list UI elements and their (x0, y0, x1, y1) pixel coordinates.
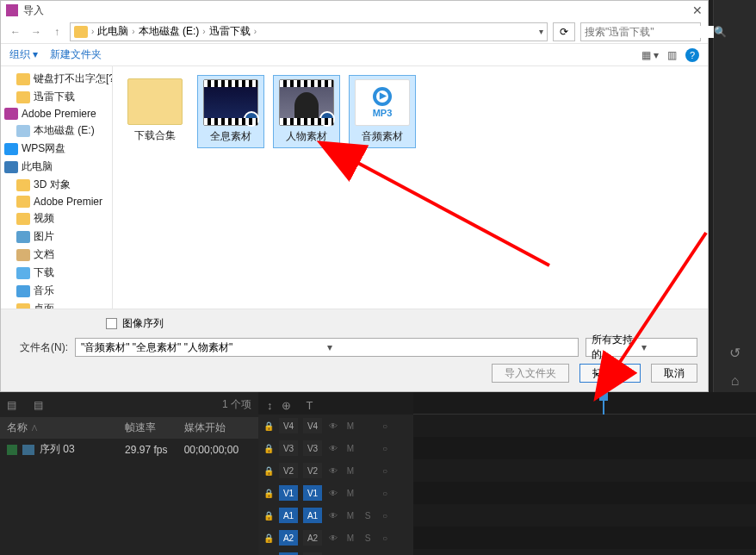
solo-icon[interactable] (362, 465, 374, 477)
tree-item[interactable]: 迅雷下载 (1, 88, 112, 106)
tree-item[interactable]: Adobe Premiere (1, 106, 112, 122)
tree-item[interactable]: 此电脑 (1, 158, 112, 176)
mute-icon[interactable]: M (344, 509, 356, 521)
track-target-toggle[interactable]: A1 (303, 508, 322, 523)
lock-icon[interactable]: 🔒 (263, 533, 274, 543)
solo-icon[interactable] (362, 442, 374, 454)
panel-nav-icon[interactable]: ▤ (34, 399, 43, 411)
eye-icon[interactable]: 👁 (327, 420, 339, 432)
view-icon[interactable]: ▥ (667, 49, 677, 61)
track-target-toggle[interactable]: V4 (303, 418, 322, 433)
video-track-header[interactable]: 🔒V2V2👁M○ (258, 459, 413, 482)
lock-icon[interactable]: 🔒 (263, 421, 274, 431)
eye-icon[interactable]: 👁 (327, 509, 339, 521)
tool-icon[interactable]: ⊕ (282, 399, 291, 412)
search-box[interactable]: 🔍 (580, 22, 701, 41)
organize-button[interactable]: 组织 ▾ (9, 47, 38, 62)
crumb-drive[interactable]: 本地磁盘 (E:) (139, 24, 200, 39)
video-track-header[interactable]: 🔒V1V1👁M○ (258, 482, 413, 504)
view-icon[interactable]: ▦ ▾ (641, 49, 659, 61)
up-icon[interactable]: ↑ (49, 24, 65, 40)
tree-item[interactable]: 下载 (1, 264, 112, 282)
col-fps[interactable]: 帧速率 (125, 421, 184, 435)
lock-icon[interactable]: 🔒 (263, 489, 274, 498)
playhead[interactable] (603, 392, 604, 415)
back-icon[interactable]: ← (8, 24, 23, 40)
track-src-toggle[interactable]: V4 (279, 418, 298, 433)
video-track-header[interactable]: 🔒V4V4👁M○ (258, 415, 413, 437)
refresh-button[interactable]: ⟳ (553, 22, 575, 41)
toggle-icon[interactable]: ○ (379, 532, 391, 544)
new-folder-button[interactable]: 新建文件夹 (50, 47, 102, 62)
track-target-toggle[interactable]: V1 (303, 485, 322, 501)
track-src-toggle[interactable]: A2 (279, 530, 298, 546)
tool-icon[interactable]: ⌂ (731, 373, 740, 389)
toggle-icon[interactable]: ○ (379, 487, 391, 499)
file-item[interactable]: MP3音频素材 (349, 75, 416, 148)
video-track-header[interactable]: 🔒V3V3👁M○ (258, 437, 413, 459)
mute-icon[interactable]: M (344, 532, 356, 544)
toggle-icon[interactable]: ○ (379, 442, 391, 454)
file-pane[interactable]: 下载合集全息素材人物素材MP3音频素材 (113, 66, 708, 309)
image-sequence-checkbox[interactable] (106, 318, 117, 329)
toggle-icon[interactable]: ○ (379, 465, 391, 477)
help-icon[interactable]: ? (685, 48, 699, 62)
track-target-toggle[interactable]: V3 (303, 440, 322, 456)
cancel-button[interactable]: 取消 (651, 364, 697, 383)
col-media-start[interactable]: 媒体开始 (184, 421, 251, 435)
tree-item[interactable]: 文档 (1, 246, 112, 264)
toggle-icon[interactable]: ○ (379, 509, 391, 521)
crumb-root[interactable]: 此电脑 (97, 24, 128, 39)
chevron-down-icon[interactable]: ▾ (539, 27, 543, 36)
crumb-folder[interactable]: 迅雷下载 (209, 24, 251, 39)
chevron-down-icon[interactable]: ▾ (327, 341, 573, 353)
project-row[interactable]: 序列 03 29.97 fps 00;00;00;00 (0, 439, 258, 460)
lock-icon[interactable]: 🔒 (263, 511, 274, 521)
solo-icon[interactable]: S (362, 532, 374, 544)
solo-icon[interactable] (362, 420, 374, 432)
track-target-toggle[interactable]: V2 (303, 463, 322, 478)
eye-icon[interactable]: 👁 (327, 532, 339, 544)
panel-nav-icon[interactable]: ▤ (7, 399, 16, 411)
track-src-toggle[interactable]: A1 (279, 508, 298, 523)
close-icon[interactable]: ✕ (692, 3, 703, 17)
tree-item[interactable]: 图片 (1, 228, 112, 246)
tree-item[interactable]: WPS网盘 (1, 140, 112, 158)
tree-item[interactable]: 键盘打不出字怎[?] (1, 70, 112, 88)
solo-icon[interactable] (362, 487, 374, 499)
file-filter[interactable]: 所有支持的 ▾ (586, 338, 697, 357)
tree-item[interactable]: 3D 对象 (1, 176, 112, 194)
import-folder-button[interactable]: 导入文件夹 (492, 364, 569, 383)
eye-icon[interactable]: 👁 (327, 442, 339, 454)
breadcrumb[interactable]: › 此电脑 › 本地磁盘 (E:) › 迅雷下载 › ▾ (70, 22, 548, 41)
filename-input[interactable]: "音频素材" "全息素材" "人物素材" ▾ (75, 338, 579, 357)
audio-track-header[interactable]: 🔒A2A2👁MS○ (258, 527, 413, 549)
audio-track-header[interactable]: 🔒A1A1👁MS○ (258, 504, 413, 527)
tool-icon[interactable]: ↺ (729, 345, 741, 361)
eye-icon[interactable]: 👁 (327, 487, 339, 499)
toggle-icon[interactable]: ○ (379, 420, 391, 432)
tree-item[interactable]: 本地磁盘 (E:) (1, 122, 112, 140)
tree-item[interactable]: 桌面 (1, 300, 112, 309)
file-item[interactable]: 人物素材 (273, 75, 340, 148)
track-src-toggle[interactable]: V2 (279, 463, 298, 478)
tool-text-icon[interactable]: T (307, 399, 313, 412)
mute-icon[interactable]: M (344, 442, 356, 454)
track-target-toggle[interactable]: A2 (303, 530, 322, 546)
tree-item[interactable]: Adobe Premier (1, 194, 112, 209)
lock-icon[interactable]: 🔒 (263, 444, 274, 453)
solo-icon[interactable]: S (362, 509, 374, 521)
search-input[interactable] (585, 26, 714, 38)
forward-icon[interactable]: → (28, 24, 44, 40)
open-button[interactable]: 打开(O) ↖ (579, 364, 641, 383)
tree-item[interactable]: 音乐 (1, 282, 112, 300)
eye-icon[interactable]: 👁 (327, 465, 339, 477)
timeline-grid[interactable] (413, 415, 756, 555)
mute-icon[interactable]: M (344, 465, 356, 477)
tree-item[interactable]: 视频 (1, 209, 112, 228)
mute-icon[interactable]: M (344, 487, 356, 499)
lock-icon[interactable]: 🔒 (263, 466, 274, 476)
timeline-ruler[interactable] (413, 392, 756, 415)
folder-tree[interactable]: 键盘打不出字怎[?]迅雷下载Adobe Premiere本地磁盘 (E:)WPS… (1, 66, 113, 309)
track-src-toggle[interactable]: V3 (279, 440, 298, 456)
